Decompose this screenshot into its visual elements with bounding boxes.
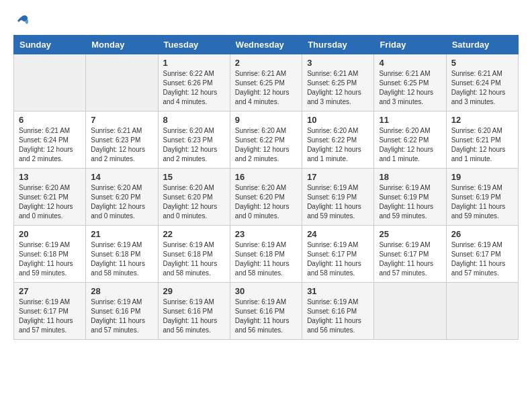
day-number: 13 [19,172,81,182]
day-info: Sunrise: 6:19 AM Sunset: 6:19 PM Dayligh… [451,183,513,221]
calendar-cell: 24Sunrise: 6:19 AM Sunset: 6:17 PM Dayli… [302,226,374,283]
calendar-cell: 9Sunrise: 6:20 AM Sunset: 6:22 PM Daylig… [230,111,302,169]
page-header [13,13,519,28]
calendar-cell: 20Sunrise: 6:19 AM Sunset: 6:18 PM Dayli… [14,226,86,283]
day-number: 15 [163,172,225,182]
calendar-cell: 23Sunrise: 6:19 AM Sunset: 6:18 PM Dayli… [230,226,302,283]
calendar-cell: 18Sunrise: 6:19 AM Sunset: 6:19 PM Dayli… [374,169,446,226]
calendar-table: SundayMondayTuesdayWednesdayThursdayFrid… [13,35,519,340]
calendar-week-row: 1Sunrise: 6:22 AM Sunset: 6:26 PM Daylig… [14,54,519,111]
day-info: Sunrise: 6:20 AM Sunset: 6:20 PM Dayligh… [235,183,297,221]
day-info: Sunrise: 6:21 AM Sunset: 6:25 PM Dayligh… [307,69,369,107]
day-number: 30 [235,286,297,296]
day-number: 14 [91,172,152,182]
calendar-cell: 8Sunrise: 6:20 AM Sunset: 6:23 PM Daylig… [158,111,230,169]
day-info: Sunrise: 6:21 AM Sunset: 6:24 PM Dayligh… [451,69,513,107]
day-info: Sunrise: 6:22 AM Sunset: 6:26 PM Dayligh… [163,69,225,107]
day-info: Sunrise: 6:19 AM Sunset: 6:19 PM Dayligh… [379,183,441,221]
header-thursday: Thursday [302,36,374,54]
calendar-cell: 13Sunrise: 6:20 AM Sunset: 6:21 PM Dayli… [14,169,86,226]
calendar-cell [14,54,86,111]
day-number: 28 [91,286,152,296]
calendar-cell [446,283,518,340]
day-number: 20 [19,229,81,239]
day-info: Sunrise: 6:19 AM Sunset: 6:16 PM Dayligh… [91,298,152,335]
day-number: 24 [307,229,369,239]
header-tuesday: Tuesday [158,36,230,54]
day-number: 25 [379,229,441,239]
day-info: Sunrise: 6:21 AM Sunset: 6:25 PM Dayligh… [235,69,297,107]
day-number: 23 [235,229,297,239]
header-sunday: Sunday [14,36,86,54]
calendar-cell: 5Sunrise: 6:21 AM Sunset: 6:24 PM Daylig… [446,54,518,111]
calendar-cell: 11Sunrise: 6:20 AM Sunset: 6:22 PM Dayli… [374,111,446,169]
day-info: Sunrise: 6:20 AM Sunset: 6:23 PM Dayligh… [163,126,225,164]
day-info: Sunrise: 6:21 AM Sunset: 6:23 PM Dayligh… [91,126,152,164]
calendar-cell [374,283,446,340]
calendar-cell: 1Sunrise: 6:22 AM Sunset: 6:26 PM Daylig… [158,54,230,111]
calendar-cell: 4Sunrise: 6:21 AM Sunset: 6:25 PM Daylig… [374,54,446,111]
calendar-week-row: 6Sunrise: 6:21 AM Sunset: 6:24 PM Daylig… [14,111,519,169]
day-info: Sunrise: 6:21 AM Sunset: 6:25 PM Dayligh… [379,69,441,107]
day-number: 11 [379,115,441,125]
calendar-cell: 16Sunrise: 6:20 AM Sunset: 6:20 PM Dayli… [230,169,302,226]
day-info: Sunrise: 6:19 AM Sunset: 6:17 PM Dayligh… [379,240,441,278]
calendar-cell: 30Sunrise: 6:19 AM Sunset: 6:16 PM Dayli… [230,283,302,340]
day-number: 1 [163,58,225,68]
day-info: Sunrise: 6:19 AM Sunset: 6:19 PM Dayligh… [307,183,369,221]
calendar-cell: 17Sunrise: 6:19 AM Sunset: 6:19 PM Dayli… [302,169,374,226]
calendar-week-row: 20Sunrise: 6:19 AM Sunset: 6:18 PM Dayli… [14,226,519,283]
day-info: Sunrise: 6:19 AM Sunset: 6:17 PM Dayligh… [307,240,369,278]
calendar-cell: 2Sunrise: 6:21 AM Sunset: 6:25 PM Daylig… [230,54,302,111]
header-wednesday: Wednesday [230,36,302,54]
day-number: 22 [163,229,225,239]
day-number: 12 [451,115,513,125]
day-info: Sunrise: 6:19 AM Sunset: 6:16 PM Dayligh… [307,298,369,335]
calendar-cell [86,54,158,111]
day-number: 16 [235,172,297,182]
day-info: Sunrise: 6:19 AM Sunset: 6:18 PM Dayligh… [235,240,297,278]
calendar-cell: 21Sunrise: 6:19 AM Sunset: 6:18 PM Dayli… [86,226,158,283]
calendar-cell: 29Sunrise: 6:19 AM Sunset: 6:16 PM Dayli… [158,283,230,340]
day-number: 10 [307,115,369,125]
day-info: Sunrise: 6:20 AM Sunset: 6:22 PM Dayligh… [307,126,369,164]
calendar-week-row: 13Sunrise: 6:20 AM Sunset: 6:21 PM Dayli… [14,169,519,226]
calendar-cell: 7Sunrise: 6:21 AM Sunset: 6:23 PM Daylig… [86,111,158,169]
calendar-cell: 26Sunrise: 6:19 AM Sunset: 6:17 PM Dayli… [446,226,518,283]
day-number: 21 [91,229,152,239]
day-info: Sunrise: 6:20 AM Sunset: 6:20 PM Dayligh… [91,183,152,221]
day-info: Sunrise: 6:19 AM Sunset: 6:18 PM Dayligh… [91,240,152,278]
day-info: Sunrise: 6:20 AM Sunset: 6:21 PM Dayligh… [451,126,513,164]
day-number: 18 [379,172,441,182]
calendar-cell: 22Sunrise: 6:19 AM Sunset: 6:18 PM Dayli… [158,226,230,283]
day-number: 5 [451,58,513,68]
day-info: Sunrise: 6:19 AM Sunset: 6:16 PM Dayligh… [235,298,297,335]
calendar-cell: 25Sunrise: 6:19 AM Sunset: 6:17 PM Dayli… [374,226,446,283]
day-info: Sunrise: 6:20 AM Sunset: 6:22 PM Dayligh… [235,126,297,164]
day-number: 6 [19,115,81,125]
day-number: 19 [451,172,513,182]
calendar-week-row: 27Sunrise: 6:19 AM Sunset: 6:17 PM Dayli… [14,283,519,340]
calendar-cell: 6Sunrise: 6:21 AM Sunset: 6:24 PM Daylig… [14,111,86,169]
calendar-cell: 12Sunrise: 6:20 AM Sunset: 6:21 PM Dayli… [446,111,518,169]
day-info: Sunrise: 6:20 AM Sunset: 6:20 PM Dayligh… [163,183,225,221]
day-number: 8 [163,115,225,125]
calendar-cell: 14Sunrise: 6:20 AM Sunset: 6:20 PM Dayli… [86,169,158,226]
header-saturday: Saturday [446,36,518,54]
calendar-cell: 3Sunrise: 6:21 AM Sunset: 6:25 PM Daylig… [302,54,374,111]
day-number: 9 [235,115,297,125]
calendar-header-row: SundayMondayTuesdayWednesdayThursdayFrid… [14,36,519,54]
day-info: Sunrise: 6:19 AM Sunset: 6:17 PM Dayligh… [451,240,513,278]
day-info: Sunrise: 6:19 AM Sunset: 6:17 PM Dayligh… [19,298,81,335]
calendar-cell: 19Sunrise: 6:19 AM Sunset: 6:19 PM Dayli… [446,169,518,226]
calendar-cell: 15Sunrise: 6:20 AM Sunset: 6:20 PM Dayli… [158,169,230,226]
day-info: Sunrise: 6:20 AM Sunset: 6:22 PM Dayligh… [379,126,441,164]
day-number: 4 [379,58,441,68]
day-info: Sunrise: 6:21 AM Sunset: 6:24 PM Dayligh… [19,126,81,164]
logo-bird-icon [15,13,30,28]
day-info: Sunrise: 6:19 AM Sunset: 6:18 PM Dayligh… [19,240,81,278]
calendar-cell: 10Sunrise: 6:20 AM Sunset: 6:22 PM Dayli… [302,111,374,169]
day-info: Sunrise: 6:20 AM Sunset: 6:21 PM Dayligh… [19,183,81,221]
day-number: 3 [307,58,369,68]
logo [13,13,30,28]
